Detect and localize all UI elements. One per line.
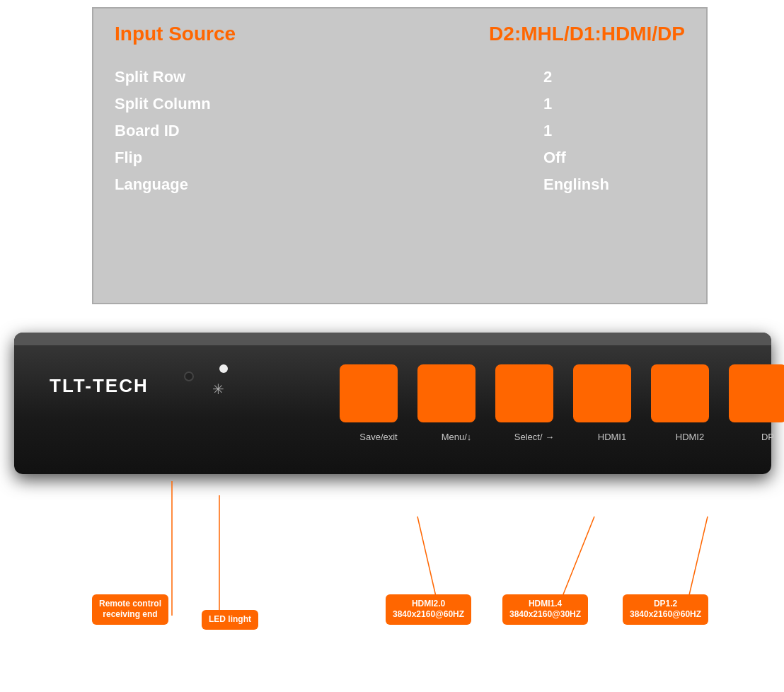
- osd-row-value: 1: [543, 95, 685, 113]
- osd-row-value: Off: [543, 149, 685, 167]
- device-button[interactable]: [340, 364, 398, 422]
- osd-row-label: Flip: [115, 149, 270, 167]
- osd-row: Language Englinsh: [115, 171, 685, 198]
- osd-rows: Split Row 2 Split Column 1 Board ID 1 Fl…: [115, 64, 685, 198]
- annotation-hdmi20: HDMI2.03840x2160@60HZ: [386, 594, 471, 625]
- osd-row: Board ID 1: [115, 117, 685, 144]
- annotation-dp12: DP1.23840x2160@60HZ: [623, 594, 708, 625]
- annotation-hdmi14: HDMI1.43840x2160@30HZ: [502, 594, 588, 625]
- buttons-area: [340, 364, 784, 422]
- svg-line-3: [559, 517, 594, 605]
- button-label: Select/ →: [495, 432, 573, 442]
- annotation-led: LED linght: [202, 610, 258, 630]
- osd-row-value: Englinsh: [543, 175, 685, 194]
- led-sun-icon: ✳: [212, 381, 224, 398]
- device-button[interactable]: [495, 364, 553, 422]
- osd-row-label: Board ID: [115, 122, 270, 140]
- device-top-edge: [14, 333, 771, 345]
- osd-row-label: Split Column: [115, 95, 270, 113]
- osd-row: Flip Off: [115, 144, 685, 171]
- button-label: HDMI2: [651, 432, 729, 442]
- button-label: DP: [729, 432, 784, 442]
- osd-row: Split Row 2: [115, 64, 685, 91]
- ir-dot: [184, 371, 194, 381]
- osd-panel: Input Source D2:MHL/D1:HDMI/DP Split Row…: [92, 7, 708, 304]
- device-button[interactable]: [651, 364, 709, 422]
- osd-header: Input Source D2:MHL/D1:HDMI/DP: [115, 23, 685, 51]
- osd-row-value: 2: [543, 68, 685, 86]
- device-button[interactable]: [573, 364, 631, 422]
- svg-line-4: [686, 517, 708, 607]
- button-label: Save/exit: [340, 432, 417, 442]
- osd-row-label: Split Row: [115, 68, 270, 86]
- button-labels: Save/exitMenu/↓Select/ →HDMI1HDMI2DP: [340, 432, 784, 442]
- device-button[interactable]: [729, 364, 784, 422]
- button-label: HDMI1: [573, 432, 651, 442]
- input-source-value: D2:MHL/D1:HDMI/DP: [489, 23, 685, 45]
- input-source-label: Input Source: [115, 23, 236, 45]
- button-label: Menu/↓: [417, 432, 495, 442]
- brand-label: TLT-TECH: [50, 375, 149, 397]
- osd-row-label: Language: [115, 175, 270, 194]
- annotation-remote-control: Remote controlreceiving end: [92, 594, 168, 625]
- led-dot: [219, 364, 228, 373]
- osd-row-value: 1: [543, 122, 685, 140]
- device-button[interactable]: [417, 364, 475, 422]
- osd-row: Split Column 1: [115, 91, 685, 117]
- device-body: TLT-TECH ✳ Save/exitMenu/↓Select/ →HDMI1…: [14, 333, 771, 474]
